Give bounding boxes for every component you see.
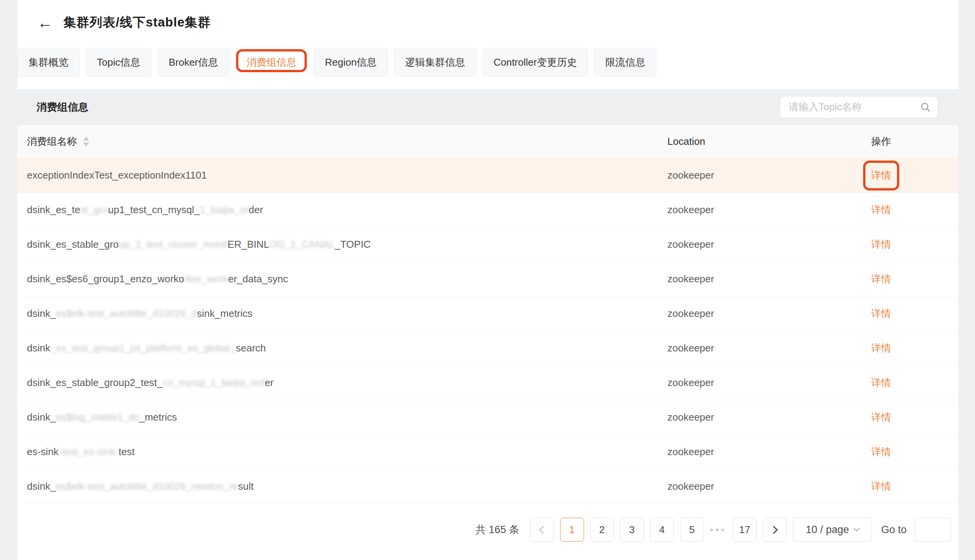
section-band: 消费组信息 [17, 89, 958, 125]
back-arrow-icon[interactable]: ← [37, 15, 53, 30]
page-button-4[interactable]: 4 [650, 518, 674, 542]
location-value: zookeeper [667, 204, 804, 216]
column-header-name: 消费组名称 [27, 135, 77, 148]
page-button-1[interactable]: 1 [560, 518, 584, 542]
tab-label: 集群概览 [28, 56, 69, 69]
table-row: es-sink-test_es-sink-testzookeeper详情 [17, 435, 958, 469]
topic-search [780, 96, 938, 118]
tab-logical-cluster-info[interactable]: 逻辑集群信息 [394, 48, 477, 77]
consumer-group-name: dsink_es$elk-test_autolittle_d10026_dsin… [17, 308, 667, 320]
consumer-group-name: dsink_es_test_group1_jst_platform_es_glo… [17, 342, 667, 354]
location-value: zookeeper [667, 342, 804, 354]
tab-label: 消费组信息 [246, 56, 296, 69]
table-row: dsink_es_stable_group_2_test_cluster_mon… [17, 227, 958, 262]
location-value: zookeeper [667, 377, 804, 389]
detail-link[interactable]: 详情 [871, 411, 891, 424]
page-header: ← 集群列表/线下stable集群 [17, 9, 958, 31]
consumer-group-name: dsink_es_test_group1_test_cn_mysql_1_bai… [17, 204, 667, 216]
consumer-group-name: dsink_es$elk-test_autolittle_d10026_newt… [17, 480, 667, 492]
goto-page-input[interactable] [914, 518, 951, 542]
section-title: 消费组信息 [37, 100, 89, 114]
tab-label: 限流信息 [605, 56, 645, 69]
location-value: zookeeper [667, 446, 804, 458]
page-button-5[interactable]: 5 [680, 518, 704, 542]
location-value: zookeeper [667, 273, 804, 285]
consumer-group-name: dsink_es$es6_group1_enzo_workorker_worke… [17, 273, 667, 285]
table-row: dsink_es$es6_group1_enzo_workorker_worke… [17, 262, 958, 297]
action-cell: 详情 [804, 307, 958, 320]
detail-link[interactable]: 详情 [871, 480, 891, 493]
table-row: dsink_es$log_stable1_ds_metricszookeeper… [17, 400, 958, 435]
location-value: zookeeper [667, 169, 804, 181]
tab-label: 逻辑集群信息 [405, 56, 465, 69]
content-card: ← 集群列表/线下stable集群 集群概览Topic信息Broker信息消费组… [17, 0, 958, 560]
page-size-label: 10 / page [806, 524, 849, 536]
action-cell: 详情 [804, 168, 958, 182]
page: { "colors": { "accent_orange": "#E8823E"… [0, 0, 975, 560]
detail-link[interactable]: 详情 [871, 238, 891, 251]
action-cell: 详情 [804, 411, 958, 424]
prev-page-button[interactable] [530, 518, 554, 542]
action-cell: 详情 [804, 480, 958, 493]
consumer-group-name: dsink_es_stable_group2_test_cn_mysql_1_b… [17, 377, 667, 389]
pagination-ellipsis[interactable]: ••• [710, 524, 727, 535]
consumer-group-table: 消费组名称 Location 操作 exceptionIndexTest_exc… [17, 125, 958, 504]
detail-link[interactable]: 详情 [871, 272, 891, 286]
table-row: dsink_es$elk-test_autolittle_d10026_dsin… [17, 297, 958, 331]
action-cell: 详情 [804, 272, 958, 286]
chevron-right-icon [770, 525, 778, 533]
tab-label: Region信息 [325, 56, 376, 69]
tab-label: Topic信息 [97, 56, 140, 69]
tab-label: Broker信息 [169, 56, 218, 69]
tab-broker-info[interactable]: Broker信息 [158, 48, 229, 77]
tab-label: Controller变更历史 [493, 56, 577, 69]
tab-controller-change-history[interactable]: Controller变更历史 [483, 48, 588, 77]
action-cell: 详情 [804, 342, 958, 355]
tab-bar: 集群概览Topic信息Broker信息消费组信息Region信息逻辑集群信息Co… [17, 48, 958, 77]
detail-link[interactable]: 详情 [871, 376, 891, 390]
table-row: exceptionIndexTest_exceptionIndex1101zoo… [17, 158, 958, 193]
location-value: zookeeper [667, 480, 804, 492]
tab-consumer-group-info[interactable]: 消费组信息 [235, 48, 308, 77]
pagination-total: 共 165 条 [476, 523, 519, 537]
consumer-group-name: exceptionIndexTest_exceptionIndex1101 [17, 169, 667, 181]
goto-label: Go to [881, 524, 906, 536]
page-button-17[interactable]: 17 [733, 518, 757, 542]
table-header-row: 消费组名称 Location 操作 [17, 125, 958, 158]
tab-topic-info[interactable]: Topic信息 [86, 48, 152, 77]
tab-cluster-overview[interactable]: 集群概览 [17, 48, 80, 77]
action-cell: 详情 [804, 203, 958, 217]
location-value: zookeeper [667, 308, 804, 320]
chevron-down-icon [853, 525, 860, 532]
table-body: exceptionIndexTest_exceptionIndex1101zoo… [17, 158, 958, 504]
table-row: dsink_es_test_group1_jst_platform_es_glo… [17, 331, 958, 366]
table-row: dsink_es_stable_group2_test_cn_mysql_1_b… [17, 366, 958, 400]
location-value: zookeeper [667, 412, 804, 423]
detail-link[interactable]: 详情 [871, 445, 891, 458]
action-cell: 详情 [804, 445, 958, 458]
search-icon[interactable] [920, 102, 931, 113]
action-cell: 详情 [804, 376, 958, 390]
table-row: dsink_es$elk-test_autolittle_d10026_newt… [17, 469, 958, 504]
chevron-left-icon [539, 525, 547, 533]
detail-link[interactable]: 详情 [871, 307, 891, 320]
table-row: dsink_es_test_group1_test_cn_mysql_1_bai… [17, 193, 958, 227]
consumer-group-name: dsink_es$log_stable1_ds_metrics [17, 412, 667, 423]
detail-link[interactable]: 详情 [871, 168, 891, 182]
page-button-3[interactable]: 3 [620, 518, 644, 542]
action-cell: 详情 [804, 238, 958, 251]
location-value: zookeeper [667, 238, 804, 250]
tab-throttle-info[interactable]: 限流信息 [594, 48, 656, 77]
page-button-2[interactable]: 2 [590, 518, 614, 542]
page-title: 集群列表/线下stable集群 [64, 14, 211, 31]
page-size-select[interactable]: 10 / page [793, 518, 872, 542]
sort-icon[interactable] [83, 137, 89, 146]
detail-link[interactable]: 详情 [871, 203, 891, 217]
column-header-action: 操作 [804, 135, 958, 148]
next-page-button[interactable] [763, 518, 787, 542]
detail-link[interactable]: 详情 [871, 342, 891, 355]
tab-region-info[interactable]: Region信息 [314, 48, 388, 77]
pagination: 共 165 条12345•••1710 / pageGo to [17, 518, 958, 542]
search-input[interactable] [780, 96, 938, 118]
consumer-group-name: es-sink-test_es-sink-test [17, 446, 667, 458]
